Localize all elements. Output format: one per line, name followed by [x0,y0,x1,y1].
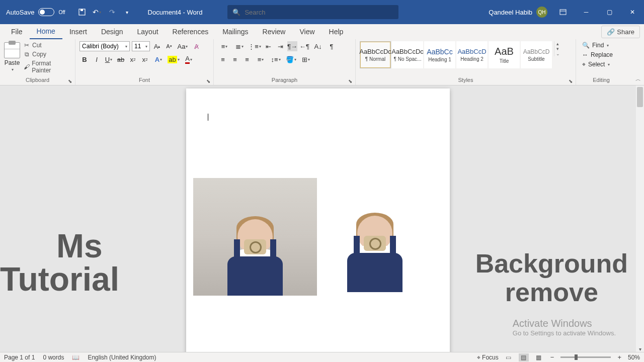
search-box[interactable]: 🔍 [227,5,398,19]
replace-button[interactable]: ↔Replace [580,51,615,59]
tab-design[interactable]: Design [94,25,130,39]
change-case-button[interactable]: Aa▾ [176,41,189,51]
page-indicator[interactable]: Page 1 of 1 [4,354,35,361]
dialog-launcher[interactable]: ⬊ [347,78,353,84]
subscript-button[interactable]: x2 [128,54,138,64]
web-layout-button[interactable]: ▦ [534,353,544,361]
tab-review[interactable]: Review [256,25,293,39]
superscript-button[interactable]: x2 [140,54,150,64]
ribbon: Paste ▾ ✂Cut ⧉Copy 🖌Format Painter Clipb… [0,39,644,85]
style-heading-2[interactable]: AaBbCcDHeading 2 [456,41,488,68]
document-page[interactable] [186,88,450,353]
search-icon: 🔍 [582,42,590,49]
group-paragraph: ≡▾ ≣▾ ⋮≡▾ ⇤ ⇥ ¶→ ←¶ A↓ ¶ ≡ ≡ ≡ ≡▾ ↕≡▾ 🪣▾ [214,39,356,85]
undo-button[interactable]: ↶▾ [91,6,104,19]
tab-help[interactable]: Help [322,25,351,39]
justify-button[interactable]: ≡▾ [254,54,267,64]
cursor-icon: ⌖ [582,61,586,68]
increase-indent-button[interactable]: ⇥ [275,41,285,51]
multilevel-list-button[interactable]: ⋮≡▾ [248,41,261,51]
styles-up[interactable]: ▴ [554,41,561,46]
style-title[interactable]: AaBTitle [489,41,520,68]
tab-mailings[interactable]: Mailings [215,25,255,39]
redo-button[interactable]: ↷ [106,6,119,19]
tab-insert[interactable]: Insert [62,25,94,39]
image-with-background[interactable] [193,178,317,296]
paste-button[interactable]: Paste ▾ [4,41,20,72]
italic-button[interactable]: I [92,54,102,64]
tab-home[interactable]: Home [30,24,62,39]
tab-file[interactable]: File [4,25,30,39]
zoom-slider[interactable] [560,356,611,358]
increase-font-button[interactable]: A▴ [152,41,162,51]
tab-view[interactable]: View [292,25,321,39]
dialog-launcher[interactable]: ⬊ [205,78,211,84]
align-left-button[interactable]: ≡ [218,54,228,64]
shading-button[interactable]: 🪣▾ [284,54,297,64]
toggle-icon [38,8,54,16]
cut-button[interactable]: ✂Cut [22,41,71,49]
zoom-in-button[interactable]: + [616,353,623,361]
style--normal[interactable]: AaBbCcDc¶ Normal [360,41,391,68]
bullets-button[interactable]: ≡▾ [218,41,231,51]
font-name-combo[interactable]: Calibri (Body)▾ [79,41,130,51]
ltr-button[interactable]: ¶→ [287,41,297,51]
numbering-button[interactable]: ≣▾ [233,41,246,51]
maximize-button[interactable]: ▢ [598,0,621,24]
line-spacing-button[interactable]: ↕≡▾ [269,54,282,64]
style-subtitle[interactable]: AaBbCcDSubtitle [521,41,552,68]
minimize-button[interactable]: ─ [575,0,598,24]
align-right-button[interactable]: ≡ [242,54,252,64]
styles-gallery[interactable]: AaBbCcDc¶ NormalAaBbCcDc¶ No Spac...AaBb… [360,41,552,68]
select-button[interactable]: ⌖Select▾ [580,60,615,68]
chevron-down-icon: ▾ [12,67,14,72]
user-account[interactable]: Qandeel Habib QH [485,7,551,18]
underline-button[interactable]: U▾ [104,54,114,64]
qat-customize[interactable]: ▾ [121,6,134,19]
save-button[interactable] [75,6,89,19]
highlight-button[interactable]: ab▾ [167,54,180,64]
dialog-launcher[interactable]: ⬊ [67,78,73,84]
find-button[interactable]: 🔍Find▾ [580,41,615,49]
style--no-spac-[interactable]: AaBbCcDc¶ No Spac... [392,41,423,68]
show-marks-button[interactable]: ¶ [327,41,337,51]
clear-formatting-button[interactable]: A̷ [191,41,201,51]
ribbon-display-options[interactable] [551,0,575,24]
font-color-button[interactable]: A▾ [182,54,195,64]
borders-button[interactable]: ⊞▾ [299,54,312,64]
close-button[interactable]: ✕ [621,0,644,24]
tab-layout[interactable]: Layout [130,25,166,39]
share-button[interactable]: 🔗 Share [601,26,640,38]
focus-mode-button[interactable]: ⌖ Focus [477,354,499,361]
styles-down[interactable]: ▾ [554,46,561,51]
styles-more[interactable]: ⌄ [554,51,561,56]
read-mode-button[interactable]: ▭ [504,353,514,361]
format-painter-button[interactable]: 🖌Format Painter [22,59,71,74]
align-center-button[interactable]: ≡ [230,54,240,64]
style-heading-1[interactable]: AaBbCcHeading 1 [424,41,455,68]
sort-button[interactable]: A↓ [311,41,325,51]
dialog-launcher[interactable]: ⬊ [568,78,574,84]
decrease-font-button[interactable]: A▾ [164,41,174,51]
decrease-indent-button[interactable]: ⇤ [263,41,273,51]
print-layout-button[interactable]: ▤ [519,353,529,361]
image-background-removed[interactable] [330,207,420,292]
collapse-ribbon-button[interactable]: ︿ [635,75,641,83]
activate-windows-watermark: Activate Windows Go to Settings to activ… [513,318,616,337]
language-indicator[interactable]: English (United Kingdom) [88,354,156,361]
spell-check-icon[interactable]: 📖 [72,354,79,361]
strikethrough-button[interactable]: ab [116,54,126,64]
rtl-button[interactable]: ←¶ [299,41,309,51]
vertical-scrollbar[interactable]: ▾ [636,85,644,353]
scrollbar-thumb[interactable] [637,87,643,107]
word-count[interactable]: 0 words [43,354,64,361]
search-input[interactable] [245,9,393,16]
autosave-toggle[interactable]: AutoSave Off [0,8,71,16]
text-effects-button[interactable]: A▾ [152,54,165,64]
bold-button[interactable]: B [79,54,90,64]
tab-references[interactable]: References [166,25,216,39]
zoom-level[interactable]: 50% [628,354,640,361]
zoom-out-button[interactable]: − [549,353,556,361]
font-size-combo[interactable]: 11▾ [132,41,150,51]
copy-button[interactable]: ⧉Copy [22,50,71,58]
